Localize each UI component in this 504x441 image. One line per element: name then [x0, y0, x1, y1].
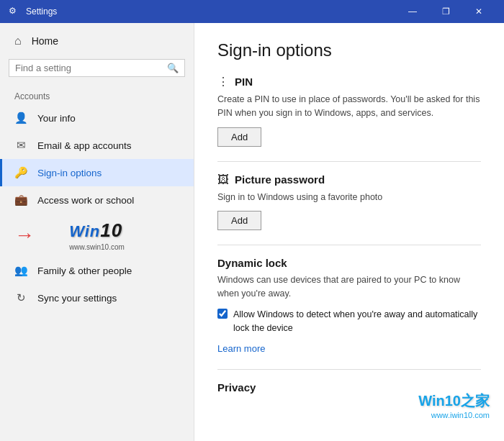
sidebar-item-home[interactable]: ⌂ Home: [0, 23, 194, 59]
divider-1: [217, 161, 481, 162]
pin-section: ⋮ PIN Create a PIN to use in place of pa…: [217, 75, 481, 147]
sidebar-item-label: Sign-in options: [37, 168, 102, 178]
picture-icon: 🖼: [217, 173, 229, 186]
pin-title: PIN: [235, 76, 253, 88]
content: Sign-in options ⋮ PIN Create a PIN to us…: [194, 23, 504, 425]
learn-more-link[interactable]: Learn more: [217, 343, 265, 354]
window-controls: — ❐ ✕: [396, 0, 495, 23]
sync-icon: ↻: [14, 291, 27, 304]
search-input[interactable]: [15, 63, 167, 73]
sidebar-item-your-info[interactable]: 👤 Your info: [0, 104, 194, 132]
picture-password-description: Sign in to Windows using a favorite phot…: [217, 191, 481, 204]
dynamic-lock-checkbox-row: Allow Windows to detect when you're away…: [217, 308, 481, 335]
dynamic-lock-header: Dynamic lock: [217, 257, 481, 269]
briefcase-icon: 💼: [14, 194, 27, 206]
picture-password-header: 🖼 Picture password: [217, 173, 481, 186]
privacy-section: Privacy: [217, 381, 481, 394]
close-button[interactable]: ✕: [462, 0, 495, 23]
sidebar-item-email-app-accounts[interactable]: ✉ Email & app accounts: [0, 132, 194, 159]
settings-icon: ⚙: [9, 6, 20, 17]
arrow-icon: →: [14, 224, 35, 247]
content-area-wrapper: Sign-in options ⋮ PIN Create a PIN to us…: [194, 23, 504, 441]
title-bar: ⚙ Settings — ❐ ✕: [0, 0, 504, 23]
sidebar-item-label: Sync your settings: [37, 293, 117, 304]
pin-header: ⋮ PIN: [217, 75, 481, 88]
privacy-title: Privacy: [217, 381, 256, 394]
picture-password-title: Picture password: [235, 173, 325, 186]
picture-password-add-button[interactable]: Add: [217, 211, 261, 230]
restore-button[interactable]: ❐: [429, 0, 462, 23]
app-body: ⌂ Home 🔍 Accounts 👤 Your info ✉ Email & …: [0, 23, 504, 441]
family-icon: 👥: [14, 264, 27, 277]
minimize-button[interactable]: —: [396, 0, 429, 23]
pin-icon: ⋮: [217, 75, 229, 88]
dynamic-lock-checkbox-wrap[interactable]: [217, 309, 228, 322]
divider-3: [217, 369, 481, 370]
pin-add-button[interactable]: Add: [217, 127, 261, 147]
dynamic-lock-section: Dynamic lock Windows can use devices tha…: [217, 257, 481, 355]
sidebar-home-label: Home: [32, 35, 58, 47]
dynamic-lock-checkbox-label: Allow Windows to detect when you're away…: [233, 308, 481, 335]
sidebar-item-access-work-school[interactable]: 💼 Access work or school: [0, 186, 194, 214]
dynamic-lock-title: Dynamic lock: [217, 257, 287, 269]
sidebar-item-label: Access work or school: [37, 195, 134, 206]
sidebar-item-family-other-people[interactable]: 👥 Family & other people: [0, 257, 194, 284]
sidebar-item-label: Family & other people: [37, 265, 132, 276]
watermark-logo: Win10: [69, 219, 125, 242]
key-icon: 🔑: [14, 166, 27, 179]
sidebar-section-label: Accounts: [0, 86, 194, 104]
divider-2: [217, 245, 481, 245]
watermark-site: www.swin10.com: [69, 243, 125, 251]
sidebar: ⌂ Home 🔍 Accounts 👤 Your info ✉ Email & …: [0, 23, 194, 441]
picture-password-section: 🖼 Picture password Sign in to Windows us…: [217, 173, 481, 231]
sidebar-item-label: Email & app accounts: [37, 140, 132, 151]
sidebar-watermark: → Win10 www.swin10.com: [0, 214, 194, 257]
sidebar-item-sign-in-options[interactable]: 🔑 Sign-in options: [0, 159, 194, 186]
home-icon: ⌂: [14, 35, 22, 47]
email-icon: ✉: [14, 139, 27, 152]
person-icon: 👤: [14, 112, 27, 124]
privacy-header: Privacy: [217, 381, 481, 394]
sidebar-item-sync-settings[interactable]: ↻ Sync your settings: [0, 284, 194, 312]
search-icon: 🔍: [167, 63, 179, 73]
dynamic-lock-checkbox[interactable]: [217, 309, 228, 319]
search-box: 🔍: [9, 59, 185, 77]
dynamic-lock-description: Windows can use devices that are paired …: [217, 273, 481, 301]
pin-description: Create a PIN to use in place of password…: [217, 93, 481, 120]
sidebar-item-label: Your info: [37, 113, 76, 124]
title-bar-label: Settings: [26, 6, 396, 17]
page-title: Sign-in options: [217, 40, 481, 60]
